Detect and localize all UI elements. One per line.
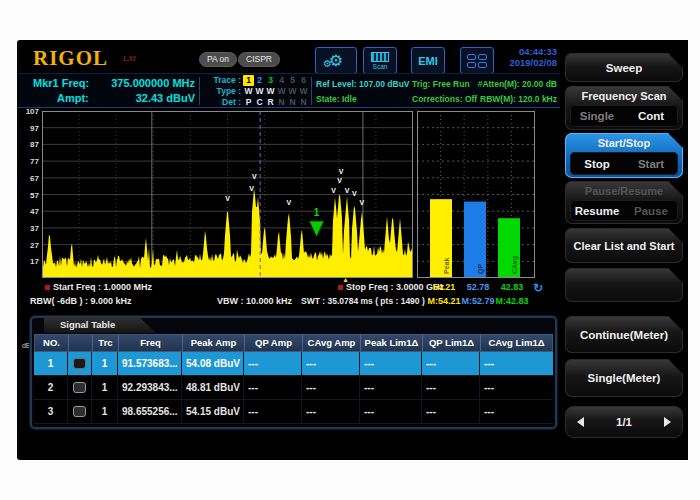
y-tick-label: 97 bbox=[30, 124, 39, 133]
y-tick-label: 67 bbox=[30, 174, 39, 183]
qp-meter-max: M:52.79 bbox=[461, 296, 495, 306]
y-tick-label: 47 bbox=[30, 207, 39, 216]
cavg-meter-max: M:42.83 bbox=[495, 296, 529, 306]
row-qp: --- bbox=[244, 352, 302, 375]
swt-readout: SWT : 35.0784 ms ( pts : 1490 ) bbox=[301, 296, 425, 306]
trace-1[interactable]: 1 bbox=[243, 75, 254, 86]
col-cavg-lim: CAvg Lim1Δ bbox=[481, 335, 552, 351]
table-row[interactable]: 1 1 91.573683... 54.08 dBuV --- --- --- … bbox=[34, 352, 553, 376]
state: State: Idle bbox=[316, 92, 410, 107]
trace-3[interactable]: 3 bbox=[265, 75, 276, 86]
marker-readout: Mkr1 Freq:375.000000 MHz Ampt:32.43 dBuV bbox=[33, 76, 195, 106]
det-label: Det : bbox=[205, 97, 241, 108]
row-check[interactable] bbox=[68, 400, 92, 423]
freq-scan-single-option[interactable]: Single bbox=[570, 110, 624, 122]
scan-mode-button[interactable]: Scan bbox=[363, 47, 397, 74]
clock: 04:44:33 2019/02/08 bbox=[500, 46, 557, 68]
checkbox-unchecked[interactable] bbox=[73, 382, 86, 393]
single-meter-softkey[interactable]: Single(Meter) bbox=[565, 359, 683, 397]
lxi-logo: LXI bbox=[123, 54, 135, 63]
spectrum-plot: VVVVVVVVVV1 bbox=[42, 111, 413, 278]
svg-text:V: V bbox=[345, 187, 350, 194]
col-qp-lim: QP Lim1Δ bbox=[423, 335, 481, 351]
window-layout-button[interactable] bbox=[460, 47, 494, 74]
cavg-meter-value: 42.83 bbox=[495, 282, 529, 292]
row-qp-lim: --- bbox=[422, 376, 480, 399]
type-label: Type : bbox=[205, 86, 241, 97]
svg-text:V: V bbox=[286, 199, 291, 206]
corrections: Corrections: Off bbox=[412, 92, 477, 107]
resume-option[interactable]: Resume bbox=[570, 205, 624, 217]
next-page-icon[interactable] bbox=[664, 417, 671, 427]
row-trc: 1 bbox=[92, 400, 118, 423]
signal-table-tab[interactable]: Signal Table bbox=[44, 317, 156, 333]
checkbox-checked[interactable] bbox=[73, 358, 86, 369]
trace-5[interactable]: 5 bbox=[287, 75, 298, 86]
prev-page-icon[interactable] bbox=[577, 417, 584, 427]
col-freq: Freq bbox=[119, 335, 183, 351]
trace-2[interactable]: 2 bbox=[254, 75, 265, 86]
peak-meter-max: M:54.21 bbox=[427, 296, 461, 306]
atten-rbw-column: #Atten(M): 20.00 dB RBW(M): 120.0 kHz bbox=[478, 77, 557, 107]
frequency-scan-title: Frequency Scan bbox=[565, 88, 683, 104]
gear-small-icon: ⚙ bbox=[323, 59, 332, 69]
svg-text:V: V bbox=[225, 195, 230, 202]
y-tick-label: 77 bbox=[30, 157, 39, 166]
emi-mode-button[interactable]: EMI bbox=[411, 47, 445, 74]
ref-state-column: Ref Level: 107.00 dBuV State: Idle bbox=[316, 77, 410, 107]
svg-text:V: V bbox=[331, 187, 336, 194]
cispr-button[interactable]: CISPR bbox=[238, 52, 280, 67]
start-option[interactable]: Start bbox=[624, 158, 678, 170]
pause-resume-title: Pause/Resume bbox=[565, 183, 683, 199]
separator bbox=[311, 77, 312, 105]
vbw-readout: VBW : 10.000 kHz bbox=[217, 296, 292, 306]
start-stop-softkey[interactable]: Start/Stop Stop Start bbox=[565, 133, 683, 178]
marker-freq-label: Mkr1 Freq: bbox=[33, 76, 89, 91]
empty-softkey[interactable] bbox=[565, 268, 683, 302]
det-3: R bbox=[265, 97, 276, 108]
trace-6[interactable]: 6 bbox=[298, 75, 309, 86]
trigger: Trig: Free Run bbox=[412, 77, 477, 92]
row-check[interactable] bbox=[68, 352, 92, 375]
type-1: W bbox=[243, 86, 254, 97]
pause-option[interactable]: Pause bbox=[624, 205, 678, 217]
rigol-logo: RIGOL bbox=[33, 46, 108, 71]
trace-4[interactable]: 4 bbox=[276, 75, 287, 86]
pa-on-button[interactable]: PA on bbox=[199, 52, 237, 67]
row-qp-lim: --- bbox=[422, 352, 480, 375]
type-2: W bbox=[254, 86, 265, 97]
row-check[interactable] bbox=[68, 376, 92, 399]
continuous-meter-icon[interactable]: ↻ bbox=[533, 281, 543, 295]
row-no: 3 bbox=[34, 400, 68, 423]
frequency-scan-softkey[interactable]: Frequency Scan Single Cont bbox=[565, 86, 683, 130]
row-cavg-lim: --- bbox=[480, 376, 553, 399]
signal-table: NO. Trc Freq Peak Amp QP Amp CAvg Amp Pe… bbox=[34, 334, 553, 425]
det-2: C bbox=[254, 97, 265, 108]
pause-resume-softkey[interactable]: Pause/Resume Resume Pause bbox=[565, 181, 683, 224]
det-6: N bbox=[298, 97, 309, 108]
checkbox-unchecked[interactable] bbox=[73, 406, 86, 417]
time-display: 04:44:33 bbox=[500, 46, 557, 57]
continue-meter-softkey[interactable]: Continue(Meter) bbox=[565, 316, 683, 353]
red-bullet-icon bbox=[45, 285, 50, 290]
stop-option[interactable]: Stop bbox=[570, 158, 624, 170]
scan-icon bbox=[371, 52, 389, 62]
table-row[interactable]: 3 1 98.655256... 54.15 dBuV --- --- --- … bbox=[34, 400, 553, 424]
col-check bbox=[69, 335, 93, 351]
marker-ampt-label: Ampt: bbox=[33, 91, 89, 106]
clear-list-and-start-softkey[interactable]: Clear List and Start bbox=[565, 228, 683, 263]
col-peak-lim: Peak Lim1Δ bbox=[361, 335, 423, 351]
freq-scan-cont-option[interactable]: Cont bbox=[624, 110, 678, 122]
rbw-meter: RBW(M): 120.0 kHz bbox=[478, 92, 557, 107]
y-tick-label: 17 bbox=[30, 257, 39, 266]
settings-button[interactable]: ⚙ ⚙ bbox=[315, 47, 357, 74]
page-indicator: 1/1 bbox=[616, 416, 632, 428]
sweep-softkey[interactable]: Sweep bbox=[565, 53, 683, 82]
start-stop-title: Start/Stop bbox=[565, 135, 683, 151]
row-cavg-lim: --- bbox=[480, 352, 553, 375]
col-cavg-amp: CAvg Amp bbox=[303, 335, 361, 351]
svg-text:V: V bbox=[252, 173, 257, 180]
svg-text:QP: QP bbox=[477, 264, 485, 274]
table-row[interactable]: 2 1 92.293843... 48.81 dBuV --- --- --- … bbox=[34, 376, 553, 400]
y-tick-label: 87 bbox=[30, 140, 39, 149]
